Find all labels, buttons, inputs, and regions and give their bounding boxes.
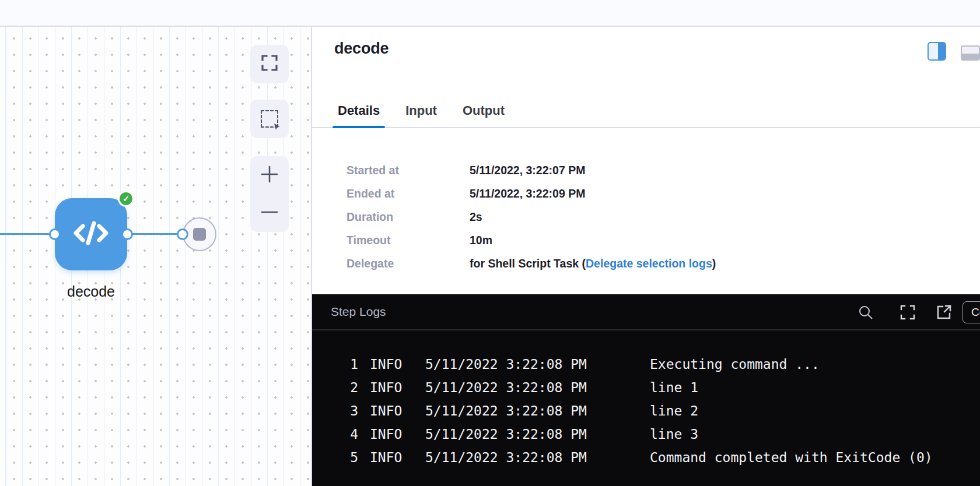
zoom-out-button[interactable]: [250, 194, 289, 232]
log-level: INFO: [370, 403, 425, 418]
log-line: 4 INFO 5/11/2022 3:22:08 PM line 3: [312, 422, 980, 446]
tab-input[interactable]: Input: [405, 103, 437, 127]
log-timestamp: 5/11/2022 3:22:08 PM: [425, 427, 650, 442]
log-level: INFO: [370, 357, 425, 372]
detail-row-ended-at: Ended at 5/11/2022, 3:22:09 PM: [346, 182, 957, 205]
node-port-left[interactable]: [49, 228, 61, 240]
log-message: line 2: [650, 403, 698, 418]
page-title: decode: [334, 40, 388, 58]
tab-details[interactable]: Details: [338, 103, 380, 127]
log-level: INFO: [370, 450, 425, 465]
details-list: Started at 5/11/2022, 3:22:07 PM Ended a…: [346, 159, 957, 275]
log-line-number: 2: [312, 380, 358, 395]
log-message: line 3: [650, 427, 698, 442]
detail-row-started-at: Started at 5/11/2022, 3:22:07 PM: [346, 159, 957, 182]
log-level: INFO: [370, 427, 425, 442]
step-logs-header: Step Logs Copy: [312, 294, 980, 330]
step-logs-title: Step Logs: [331, 305, 386, 319]
minus-icon: [260, 202, 279, 224]
step-node-decode[interactable]: [55, 198, 127, 270]
node-port-right[interactable]: [121, 228, 133, 240]
split-view-toggle-icon[interactable]: [928, 42, 946, 61]
log-line-number: 3: [312, 403, 358, 418]
log-timestamp: 5/11/2022 3:22:08 PM: [425, 403, 650, 418]
expand-fullscreen-icon[interactable]: [900, 304, 916, 321]
stop-icon: [193, 228, 206, 241]
search-icon[interactable]: [858, 304, 874, 321]
log-timestamp: 5/11/2022 3:22:08 PM: [425, 450, 650, 465]
end-node-port[interactable]: [177, 228, 188, 240]
edge-incoming: [0, 233, 55, 235]
log-timestamp: 5/11/2022 3:22:08 PM: [425, 357, 650, 372]
code-icon: [72, 219, 110, 250]
log-level: INFO: [370, 380, 425, 395]
edge-outgoing: [127, 233, 183, 235]
step-details-panel: decode Details Input Output Started at 5…: [311, 27, 980, 486]
zoom-in-button[interactable]: [250, 156, 289, 194]
fullscreen-icon: [261, 54, 278, 74]
log-message: Executing command ...: [650, 357, 820, 372]
delegate-selection-logs-link[interactable]: Delegate selection logs: [586, 257, 712, 270]
plus-icon: [260, 164, 279, 186]
log-message: Command completed with ExitCode (0): [650, 450, 933, 465]
step-logs-panel: Step Logs Copy 1 INFO: [312, 294, 980, 486]
success-check-icon: ✓: [118, 191, 134, 207]
pipeline-canvas[interactable]: ✓ decode: [0, 27, 311, 486]
canvas-marquee-select-button[interactable]: [250, 100, 289, 138]
tab-bar: Details Input Output: [312, 94, 980, 128]
copy-logs-button[interactable]: Copy: [963, 301, 980, 323]
marquee-select-icon: [261, 110, 278, 128]
log-line-number: 5: [312, 450, 358, 465]
bottom-view-toggle-icon[interactable]: [961, 45, 980, 61]
detail-row-duration: Duration 2s: [346, 205, 957, 228]
tab-output[interactable]: Output: [463, 103, 505, 127]
log-line: 3 INFO 5/11/2022 3:22:08 PM line 2: [312, 399, 980, 422]
detail-row-delegate: Delegate for Shell Script Task (Delegate…: [346, 252, 957, 275]
canvas-fullscreen-button[interactable]: [250, 45, 289, 83]
top-bar: [0, 0, 980, 27]
detail-row-timeout: Timeout 10m: [346, 228, 957, 252]
canvas-zoom-controls: [250, 156, 289, 232]
log-message: line 1: [650, 380, 698, 395]
log-line-number: 1: [312, 357, 358, 372]
log-timestamp: 5/11/2022 3:22:08 PM: [425, 380, 650, 395]
open-external-icon[interactable]: [936, 304, 952, 321]
node-label: decode: [33, 283, 149, 300]
log-line: 1 INFO 5/11/2022 3:22:08 PM Executing co…: [312, 353, 980, 376]
log-line-number: 4: [312, 427, 358, 442]
log-line: 5 INFO 5/11/2022 3:22:08 PM Command comp…: [312, 446, 980, 469]
log-line: 2 INFO 5/11/2022 3:22:08 PM line 1: [312, 376, 980, 399]
log-lines[interactable]: 1 INFO 5/11/2022 3:22:08 PM Executing co…: [312, 330, 980, 469]
